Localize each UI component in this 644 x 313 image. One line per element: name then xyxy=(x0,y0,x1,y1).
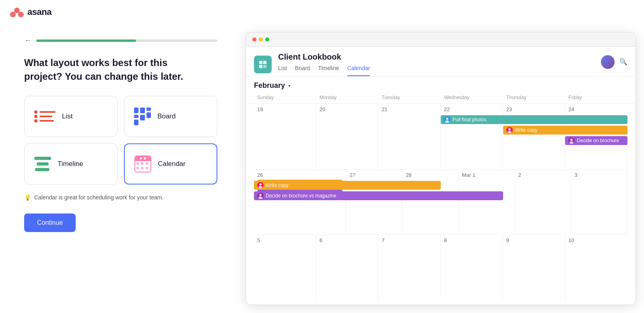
svg-point-2 xyxy=(18,12,24,17)
calendar-icon xyxy=(134,155,151,172)
window-chrome xyxy=(246,33,636,47)
event-avatar-icon xyxy=(444,116,450,123)
window-dot-close xyxy=(252,37,256,41)
cell-feb23: 23 xyxy=(503,104,566,169)
day-header-wednesday: Wednesday xyxy=(441,93,503,104)
project-name: Client Lookbook xyxy=(278,52,594,62)
svg-point-15 xyxy=(570,141,574,144)
logo: asana xyxy=(10,6,52,18)
cell-mar5: 5 xyxy=(254,235,316,301)
top-header: asana xyxy=(0,0,644,24)
svg-rect-5 xyxy=(259,65,262,68)
calendar-option-label: Calendar xyxy=(158,160,186,168)
calendar-body: 19 20 21 22 23 24 xyxy=(246,104,636,305)
svg-point-9 xyxy=(445,120,449,123)
calendar-week-2: 26 Write copy xyxy=(254,170,627,235)
calendar-week-1: 19 20 21 22 23 24 xyxy=(254,104,627,170)
svg-point-8 xyxy=(446,118,448,120)
month-chevron-icon[interactable]: ▾ xyxy=(288,83,291,89)
svg-point-24 xyxy=(258,186,262,189)
cell-feb26: 26 Write copy xyxy=(254,170,346,235)
svg-rect-6 xyxy=(263,65,266,68)
event-pull-final-photos[interactable]: Pull final photos xyxy=(441,115,627,124)
calendar-day-headers: Sunday Monday Tuesday Wednesday Thursday… xyxy=(246,93,636,104)
progress-bar-fill xyxy=(36,39,136,42)
calendar-week-3: 5 6 7 8 9 10 xyxy=(254,235,627,301)
svg-point-12 xyxy=(508,131,512,133)
tab-list[interactable]: List xyxy=(278,65,287,76)
month-label: February xyxy=(254,81,285,90)
cell-feb20: 20 xyxy=(316,104,379,169)
layout-option-board[interactable]: Board xyxy=(124,96,217,137)
layout-option-timeline[interactable]: Timeline xyxy=(24,143,118,184)
cell-feb22: 22 xyxy=(441,104,503,169)
cell-mar10: 10 xyxy=(565,235,627,301)
tab-calendar[interactable]: Calendar xyxy=(347,65,370,76)
window-dot-maximize xyxy=(265,37,269,41)
asana-logo-icon xyxy=(10,6,24,18)
day-header-thursday: Thursday xyxy=(503,93,566,104)
cell-mar7: 7 xyxy=(378,235,441,301)
hint-icon: 💡 xyxy=(24,194,31,201)
calendar-window: Client Lookbook List Board Timeline Cale… xyxy=(246,32,636,305)
layout-option-list[interactable]: List xyxy=(24,96,118,137)
month-row: February ▾ xyxy=(246,77,636,93)
list-icon xyxy=(34,110,56,122)
event-label: Pull final photos xyxy=(452,117,487,122)
event-avatar-icon xyxy=(257,193,264,199)
svg-rect-3 xyxy=(259,61,262,64)
svg-point-26 xyxy=(259,194,262,196)
event-decide-brochure-span[interactable]: Decide on brochure vs magazine xyxy=(254,191,503,200)
day-header-sunday: Sunday xyxy=(254,93,316,104)
search-button[interactable]: 🔍 xyxy=(619,58,627,66)
user-avatar xyxy=(601,55,615,69)
event-write-copy-w1[interactable]: Write copy xyxy=(503,126,627,135)
svg-point-14 xyxy=(570,139,573,141)
window-dot-minimize xyxy=(259,37,263,41)
day-header-monday: Monday xyxy=(316,93,379,104)
progress-bar-container xyxy=(36,39,217,42)
day-header-tuesday: Tuesday xyxy=(378,93,441,104)
tab-timeline[interactable]: Timeline xyxy=(318,65,339,76)
cell-mar6: 6 xyxy=(316,235,379,301)
hint-row: 💡 Calendar is great for scheduling work … xyxy=(24,194,217,201)
cell-feb21: 21 xyxy=(378,104,441,169)
event-avatar-icon xyxy=(568,137,575,144)
layout-options-grid: List Board xyxy=(24,96,217,184)
event-label: Decide on brochure xyxy=(577,138,619,143)
event-label: Write copy xyxy=(515,127,537,133)
cell-feb27: 27 xyxy=(346,170,402,235)
cell-mar8: 8 xyxy=(441,235,503,301)
main-question: What layout works best for this project?… xyxy=(24,56,193,83)
board-icon xyxy=(134,108,151,125)
event-decide-brochure-w1[interactable]: Decide on brochure xyxy=(565,136,627,145)
svg-point-11 xyxy=(508,128,511,131)
event-label: Decide on brochure vs magazine xyxy=(266,193,336,199)
calendar-header: Client Lookbook List Board Timeline Cale… xyxy=(246,47,636,77)
cell-feb19: 19 xyxy=(254,104,316,169)
svg-point-27 xyxy=(258,197,262,199)
cell-mar9: 9 xyxy=(503,235,566,301)
right-panel: Client Lookbook List Board Timeline Cale… xyxy=(246,24,644,313)
project-icon xyxy=(254,56,272,73)
cell-mar3: 3 xyxy=(571,170,627,235)
event-write-copy-span[interactable]: Write copy xyxy=(254,181,441,190)
project-icon-svg xyxy=(258,60,267,69)
event-label: Write copy xyxy=(266,182,288,188)
project-info: Client Lookbook List Board Timeline Cale… xyxy=(278,52,594,76)
event-avatar-icon xyxy=(506,127,513,133)
cell-feb28: 28 xyxy=(402,170,459,235)
svg-point-1 xyxy=(10,12,16,17)
svg-rect-4 xyxy=(263,61,266,64)
calendar-header-right: 🔍 xyxy=(601,55,627,74)
cell-mar2: 2 xyxy=(515,170,572,235)
nav-tabs: List Board Timeline Calendar xyxy=(278,65,594,76)
progress-row: ← xyxy=(24,36,217,45)
hint-text: Calendar is great for scheduling work fo… xyxy=(34,194,163,201)
tab-board[interactable]: Board xyxy=(295,65,310,76)
continue-button[interactable]: Continue xyxy=(24,214,76,232)
layout-option-calendar[interactable]: Calendar xyxy=(124,143,217,184)
back-button[interactable]: ← xyxy=(24,36,31,45)
timeline-icon xyxy=(34,157,51,171)
board-option-label: Board xyxy=(157,112,175,120)
